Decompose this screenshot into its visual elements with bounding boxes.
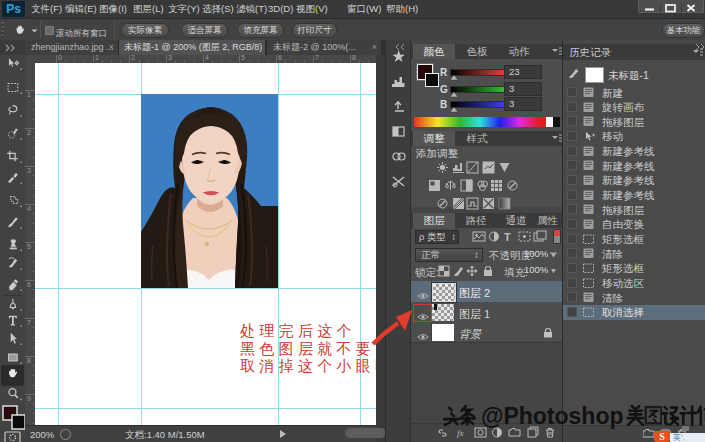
svg-text:fx: fx [457,428,464,438]
